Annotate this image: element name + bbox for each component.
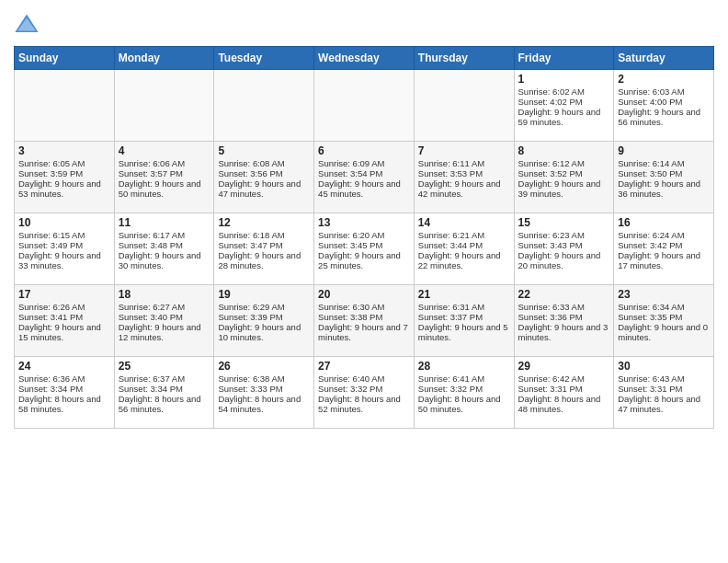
cell-info-line: Daylight: 9 hours and 10 minutes. bbox=[218, 322, 310, 342]
calendar-cell bbox=[15, 70, 115, 142]
calendar-cell: 28Sunrise: 6:41 AMSunset: 3:32 PMDayligh… bbox=[414, 357, 514, 429]
calendar-cell: 15Sunrise: 6:23 AMSunset: 3:43 PMDayligh… bbox=[514, 213, 614, 285]
cell-info-line: Sunrise: 6:05 AM bbox=[18, 158, 110, 168]
cell-info-line: Daylight: 9 hours and 3 minutes. bbox=[518, 322, 610, 342]
calendar-cell bbox=[214, 70, 314, 142]
calendar-cell bbox=[414, 70, 514, 142]
day-number: 29 bbox=[518, 360, 610, 373]
cell-info-line: Daylight: 9 hours and 47 minutes. bbox=[218, 178, 310, 199]
cell-info-line: Sunrise: 6:20 AM bbox=[318, 230, 410, 240]
cell-info-line: Sunset: 4:00 PM bbox=[618, 97, 710, 107]
cell-info-line: Daylight: 8 hours and 54 minutes. bbox=[218, 394, 310, 414]
cell-info-line: Sunset: 3:34 PM bbox=[119, 384, 210, 394]
calendar-cell: 5Sunrise: 6:08 AMSunset: 3:56 PMDaylight… bbox=[214, 142, 314, 213]
day-number: 19 bbox=[218, 288, 310, 301]
cell-info-line: Daylight: 9 hours and 22 minutes. bbox=[418, 250, 510, 270]
cell-info-line: Daylight: 9 hours and 36 minutes. bbox=[618, 178, 710, 199]
day-number: 4 bbox=[119, 144, 210, 157]
day-number: 30 bbox=[618, 360, 710, 373]
cell-info-line: Sunset: 3:44 PM bbox=[418, 240, 510, 250]
cell-info-line: Sunset: 3:43 PM bbox=[518, 240, 610, 250]
day-number: 7 bbox=[418, 144, 510, 157]
day-number: 24 bbox=[18, 360, 110, 373]
cell-info-line: Sunrise: 6:33 AM bbox=[518, 302, 610, 312]
page-container: SundayMondayTuesdayWednesdayThursdayFrid… bbox=[0, 0, 728, 433]
cell-info-line: Daylight: 9 hours and 20 minutes. bbox=[518, 250, 610, 270]
cell-info-line: Daylight: 9 hours and 0 minutes. bbox=[618, 322, 710, 342]
calendar-cell: 12Sunrise: 6:18 AMSunset: 3:47 PMDayligh… bbox=[214, 213, 314, 285]
cell-info-line: Daylight: 8 hours and 52 minutes. bbox=[318, 394, 410, 414]
day-number: 2 bbox=[618, 73, 710, 86]
calendar-cell: 22Sunrise: 6:33 AMSunset: 3:36 PMDayligh… bbox=[514, 285, 614, 357]
day-number: 3 bbox=[18, 144, 110, 157]
day-number: 26 bbox=[218, 360, 310, 373]
cell-info-line: Sunrise: 6:27 AM bbox=[119, 302, 210, 312]
cell-info-line: Sunrise: 6:12 AM bbox=[518, 158, 610, 168]
weekday-header-thursday: Thursday bbox=[414, 47, 514, 70]
cell-info-line: Daylight: 8 hours and 47 minutes. bbox=[618, 394, 710, 414]
day-number: 14 bbox=[418, 216, 510, 229]
cell-info-line: Sunrise: 6:14 AM bbox=[618, 158, 710, 168]
day-number: 6 bbox=[318, 144, 410, 157]
cell-info-line: Sunrise: 6:06 AM bbox=[119, 158, 210, 168]
cell-info-line: Sunrise: 6:40 AM bbox=[318, 373, 410, 384]
cell-info-line: Sunset: 3:56 PM bbox=[218, 168, 310, 178]
week-row-1: 1Sunrise: 6:02 AMSunset: 4:02 PMDaylight… bbox=[15, 70, 714, 142]
logo-icon bbox=[14, 13, 40, 39]
week-row-2: 3Sunrise: 6:05 AMSunset: 3:59 PMDaylight… bbox=[15, 142, 714, 213]
weekday-header-sunday: Sunday bbox=[15, 47, 115, 70]
week-row-4: 17Sunrise: 6:26 AMSunset: 3:41 PMDayligh… bbox=[15, 285, 714, 357]
calendar-cell: 16Sunrise: 6:24 AMSunset: 3:42 PMDayligh… bbox=[614, 213, 714, 285]
cell-info-line: Sunset: 3:32 PM bbox=[318, 384, 410, 394]
weekday-header-tuesday: Tuesday bbox=[214, 47, 314, 70]
calendar-cell: 8Sunrise: 6:12 AMSunset: 3:52 PMDaylight… bbox=[514, 142, 614, 213]
cell-info-line: Sunrise: 6:11 AM bbox=[418, 158, 510, 168]
calendar-cell: 21Sunrise: 6:31 AMSunset: 3:37 PMDayligh… bbox=[414, 285, 514, 357]
cell-info-line: Sunrise: 6:26 AM bbox=[18, 302, 110, 312]
calendar-cell: 2Sunrise: 6:03 AMSunset: 4:00 PMDaylight… bbox=[614, 70, 714, 142]
day-number: 20 bbox=[318, 288, 410, 301]
cell-info-line: Sunset: 3:40 PM bbox=[119, 312, 210, 322]
weekday-header-row: SundayMondayTuesdayWednesdayThursdayFrid… bbox=[15, 47, 714, 70]
weekday-header-friday: Friday bbox=[514, 47, 614, 70]
cell-info-line: Sunset: 3:31 PM bbox=[518, 384, 610, 394]
cell-info-line: Daylight: 9 hours and 25 minutes. bbox=[318, 250, 410, 270]
cell-info-line: Sunset: 3:37 PM bbox=[418, 312, 510, 322]
calendar-cell: 23Sunrise: 6:34 AMSunset: 3:35 PMDayligh… bbox=[614, 285, 714, 357]
cell-info-line: Sunrise: 6:08 AM bbox=[218, 158, 310, 168]
day-number: 9 bbox=[618, 144, 710, 157]
cell-info-line: Daylight: 8 hours and 56 minutes. bbox=[119, 394, 210, 414]
calendar-cell: 20Sunrise: 6:30 AMSunset: 3:38 PMDayligh… bbox=[314, 285, 415, 357]
cell-info-line: Daylight: 9 hours and 33 minutes. bbox=[18, 250, 110, 270]
cell-info-line: Sunset: 4:02 PM bbox=[518, 97, 610, 107]
logo bbox=[14, 13, 43, 39]
calendar-cell: 29Sunrise: 6:42 AMSunset: 3:31 PMDayligh… bbox=[514, 357, 614, 429]
calendar-cell: 25Sunrise: 6:37 AMSunset: 3:34 PMDayligh… bbox=[114, 357, 214, 429]
cell-info-line: Sunset: 3:38 PM bbox=[318, 312, 410, 322]
weekday-header-wednesday: Wednesday bbox=[314, 47, 415, 70]
cell-info-line: Daylight: 9 hours and 53 minutes. bbox=[18, 178, 110, 199]
cell-info-line: Sunset: 3:54 PM bbox=[318, 168, 410, 178]
day-number: 18 bbox=[119, 288, 210, 301]
cell-info-line: Daylight: 9 hours and 30 minutes. bbox=[119, 250, 210, 270]
calendar-cell: 10Sunrise: 6:15 AMSunset: 3:49 PMDayligh… bbox=[15, 213, 115, 285]
header bbox=[14, 9, 714, 39]
cell-info-line: Sunset: 3:36 PM bbox=[518, 312, 610, 322]
cell-info-line: Sunset: 3:52 PM bbox=[518, 168, 610, 178]
cell-info-line: Sunset: 3:32 PM bbox=[418, 384, 510, 394]
cell-info-line: Sunset: 3:45 PM bbox=[318, 240, 410, 250]
cell-info-line: Sunset: 3:59 PM bbox=[18, 168, 110, 178]
cell-info-line: Sunset: 3:33 PM bbox=[218, 384, 310, 394]
calendar-cell: 17Sunrise: 6:26 AMSunset: 3:41 PMDayligh… bbox=[15, 285, 115, 357]
cell-info-line: Daylight: 9 hours and 17 minutes. bbox=[618, 250, 710, 270]
day-number: 25 bbox=[119, 360, 210, 373]
calendar-cell: 4Sunrise: 6:06 AMSunset: 3:57 PMDaylight… bbox=[114, 142, 214, 213]
week-row-5: 24Sunrise: 6:36 AMSunset: 3:34 PMDayligh… bbox=[15, 357, 714, 429]
day-number: 16 bbox=[618, 216, 710, 229]
cell-info-line: Daylight: 8 hours and 48 minutes. bbox=[518, 394, 610, 414]
calendar-cell: 9Sunrise: 6:14 AMSunset: 3:50 PMDaylight… bbox=[614, 142, 714, 213]
cell-info-line: Sunrise: 6:41 AM bbox=[418, 373, 510, 384]
cell-info-line: Sunset: 3:53 PM bbox=[418, 168, 510, 178]
calendar-table: SundayMondayTuesdayWednesdayThursdayFrid… bbox=[14, 46, 714, 429]
calendar-cell: 24Sunrise: 6:36 AMSunset: 3:34 PMDayligh… bbox=[15, 357, 115, 429]
